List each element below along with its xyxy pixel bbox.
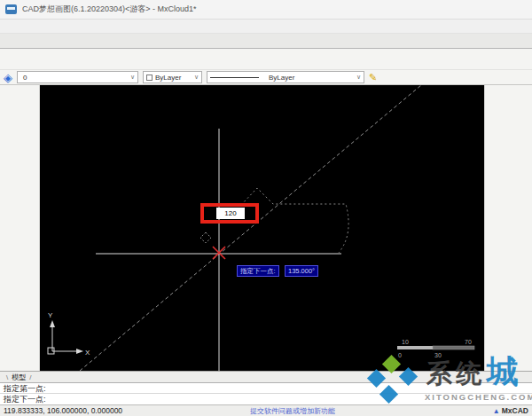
svg-text:30: 30 [434, 352, 442, 358]
properties-toolbar: ◈ 0 ∨ ByLayer ∨ ByLayer ∨ ✎ [0, 70, 532, 85]
main-toolbar [0, 49, 532, 70]
layers-stack-icon[interactable]: ◈ [4, 71, 12, 84]
document-tab-bar [0, 34, 532, 49]
svg-text:10: 10 [402, 339, 409, 345]
mxcad-logo-icon: ▲ [493, 407, 500, 415]
dynamic-prompt-tooltip: 指定下一点: [237, 265, 279, 277]
layout-tab-bar: 模型 [0, 371, 532, 382]
highlight-annotation-box [200, 203, 259, 224]
linetype-dropdown[interactable]: ByLayer ∨ [207, 71, 364, 83]
window-title: CAD梦想画图(6.1.20220304)<游客> - MxCloud1* [22, 4, 520, 15]
app-logo-icon [5, 4, 17, 14]
layer-dropdown[interactable]: 0 ∨ [17, 71, 138, 83]
polar-tracking-line [80, 85, 421, 371]
status-bar: 119.833333, 106.000000, 0.000000 提交软件问题或… [0, 404, 532, 416]
snap-diamond-marker [200, 232, 211, 243]
color-swatch-icon [146, 75, 153, 81]
tab-model[interactable]: 模型 [4, 373, 33, 382]
ucs-icon: Y X [48, 311, 90, 357]
color-dropdown-value: ByLayer [155, 74, 181, 82]
draw-toolbar-left [0, 85, 40, 371]
title-bar: CAD梦想画图(6.1.20220304)<游客> - MxCloud1* [0, 0, 532, 20]
ucs-x-label: X [85, 349, 90, 357]
ucs-y-label: Y [48, 311, 53, 319]
feedback-link[interactable]: 提交软件问题或增加新功能 [250, 406, 335, 416]
dynamic-length-input[interactable] [216, 208, 245, 219]
dynamic-angle-tooltip: 135.000° [285, 265, 318, 277]
pencil-edit-icon[interactable]: ✎ [369, 72, 377, 83]
scale-bar: 10 70 0 30 [397, 339, 474, 358]
command-prompt-line[interactable]: 指定下一点: [0, 394, 532, 404]
mxcad-brand: ▲ MxCAD [493, 406, 528, 415]
linetype-sample-icon [210, 77, 259, 78]
coordinate-readout: 119.833333, 106.000000, 0.000000 [4, 406, 245, 415]
menu-bar [0, 20, 532, 34]
chevron-down-icon: ∨ [356, 74, 361, 81]
modify-toolbar-right [484, 85, 532, 371]
svg-text:70: 70 [465, 339, 472, 345]
color-dropdown[interactable]: ByLayer ∨ [143, 71, 202, 83]
svg-text:0: 0 [398, 352, 402, 358]
linetype-dropdown-value: ByLayer [269, 74, 294, 82]
chevron-down-icon: ∨ [130, 74, 135, 81]
layer-dropdown-value: 0 [23, 74, 27, 82]
drawing-canvas[interactable]: Y X 10 70 0 30 指定下一点: 135.000° [40, 85, 484, 371]
app-window: CAD梦想画图(6.1.20220304)<游客> - MxCloud1* ◈ … [0, 0, 532, 85]
mxcad-brand-label: MxCAD [502, 406, 528, 415]
command-history-line: 指定第一点: [0, 383, 532, 394]
command-line-panel: 指定第一点: 指定下一点: [0, 382, 532, 404]
chevron-down-icon: ∨ [194, 74, 199, 81]
